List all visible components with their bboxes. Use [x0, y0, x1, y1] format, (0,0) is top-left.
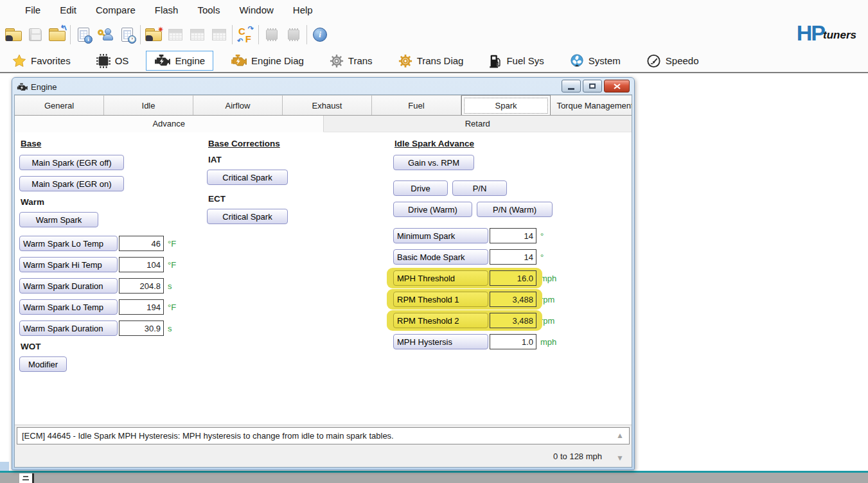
unit-convert-icon: C↷F↶: [238, 27, 253, 42]
warm-spark-duration-value[interactable]: 204.8: [119, 278, 164, 294]
unit-label: s: [168, 281, 172, 291]
ribbon-item-fuel-sys[interactable]: Fuel Sys: [481, 51, 552, 71]
ect-critical-spark-button[interactable]: Critical Spark: [207, 209, 288, 224]
tab-general[interactable]: General: [15, 95, 104, 115]
scroll-up-arrow[interactable]: ▲: [616, 432, 624, 439]
category-bar: Favorites OS Engine Engine Diag Trans Tr…: [0, 49, 868, 73]
warm-spark-duration-button[interactable]: Warm Spark Duration: [19, 278, 118, 294]
table-button-2[interactable]: [186, 23, 208, 46]
table-button-3[interactable]: [208, 23, 230, 46]
ribbon-item-engine-diag[interactable]: Engine Diag: [222, 51, 312, 71]
field-row: Warm Spark Lo Temp 194 °F: [19, 299, 176, 315]
rpm-threshold-2-button[interactable]: RPM Theshold 2: [393, 313, 488, 328]
mph-threshold-value[interactable]: 16.0: [490, 270, 536, 286]
ect-heading: ECT: [208, 194, 288, 204]
ribbon-item-favorites[interactable]: Favorites: [4, 51, 79, 71]
minimum-spark-button[interactable]: Minimum Spark: [393, 228, 488, 243]
menu-compare[interactable]: Compare: [86, 1, 145, 19]
subtab-strip: Advance Retard: [15, 116, 632, 132]
file-info-button[interactable]: i: [73, 23, 94, 46]
iat-critical-spark-button[interactable]: Critical Spark: [207, 170, 288, 185]
basic-mode-spark-button[interactable]: Basic Mode Spark: [393, 249, 488, 265]
tab-torque-management[interactable]: Torque Management: [551, 95, 632, 115]
table-button-1[interactable]: [164, 23, 186, 46]
minimum-spark-value[interactable]: 14: [490, 228, 536, 243]
unit-convert-button[interactable]: C↷F↶: [235, 23, 256, 46]
warm-spark-lo-temp-button[interactable]: Warm Spark Lo Temp: [19, 236, 118, 251]
open-recent-button[interactable]: ↰: [46, 23, 68, 46]
pn-button[interactable]: P/N: [452, 180, 507, 196]
warm-spark-lo-temp-value[interactable]: 46: [119, 236, 164, 251]
read-chip-icon: [266, 30, 278, 40]
menu-help[interactable]: Help: [283, 1, 323, 19]
unit-label: °: [540, 231, 544, 241]
ribbon-label: Fuel Sys: [506, 55, 544, 66]
unit-label: mph: [540, 274, 556, 283]
rpm-threshold-1-value[interactable]: 3,488: [490, 292, 536, 307]
menu-file[interactable]: File: [15, 1, 50, 19]
scroll-down-arrow[interactable]: ▼: [616, 454, 624, 462]
open-file-icon: [5, 28, 22, 41]
basic-mode-spark-value[interactable]: 14: [490, 249, 536, 265]
mph-hysteresis-button[interactable]: MPH Hystersis: [393, 334, 488, 349]
tab-idle[interactable]: Idle: [104, 95, 193, 115]
open-compare-icon: ✷: [145, 28, 162, 41]
main-spark-egr-on-button[interactable]: Main Spark (EGR on): [19, 176, 124, 191]
warm-spark-duration-2-button[interactable]: Warm Spark Duration: [19, 321, 118, 336]
minimize-button[interactable]: [562, 80, 581, 92]
write-vehicle-button[interactable]: [283, 23, 305, 46]
write-chip-icon: [288, 30, 299, 40]
warm-spark-lo-temp-2-button[interactable]: Warm Spark Lo Temp: [19, 299, 118, 315]
ribbon-item-trans[interactable]: Trans: [321, 51, 381, 71]
drive-warm-button[interactable]: Drive (Warm): [393, 202, 472, 217]
ribbon-item-os[interactable]: OS: [88, 51, 137, 71]
warm-spark-hi-temp-button[interactable]: Warm Spark Hi Temp: [19, 257, 118, 272]
unit-label: mph: [540, 337, 556, 347]
info-button[interactable]: i: [309, 23, 331, 46]
subtab-retard[interactable]: Retard: [324, 116, 632, 132]
ribbon-item-system[interactable]: System: [562, 51, 629, 71]
parameter-range: 0 to 128 mph: [553, 452, 602, 461]
ribbon-label: Engine Diag: [251, 55, 304, 66]
rpm-threshold-1-button[interactable]: RPM Theshold 1: [393, 292, 488, 307]
read-vehicle-button[interactable]: [261, 23, 283, 46]
menu-flash[interactable]: Flash: [145, 1, 188, 19]
pn-warm-button[interactable]: P/N (Warm): [477, 202, 553, 217]
field-row: Warm Spark Lo Temp 46 °F: [19, 236, 176, 251]
warm-spark-hi-temp-value[interactable]: 104: [119, 257, 164, 272]
ribbon-label: Engine: [175, 55, 205, 66]
save-icon: [29, 28, 42, 41]
gain-vs-rpm-button[interactable]: Gain vs. RPM: [393, 155, 474, 170]
menu-window[interactable]: Window: [229, 1, 283, 19]
wot-heading: WOT: [21, 342, 176, 351]
open-file-button[interactable]: [3, 23, 24, 46]
ribbon-item-trans-diag[interactable]: Trans Diag: [390, 51, 472, 71]
rpm-threshold-2-value[interactable]: 3,488: [490, 313, 536, 328]
open-recent-icon: ↰: [49, 28, 66, 41]
warm-spark-button[interactable]: Warm Spark: [19, 212, 98, 227]
ribbon-item-speedo[interactable]: Speedo: [638, 51, 707, 71]
engine-window-titlebar[interactable]: Engine: [14, 80, 632, 94]
main-spark-egr-off-button[interactable]: Main Spark (EGR off): [19, 155, 124, 170]
mph-threshold-button[interactable]: MPH Threshold: [393, 270, 488, 286]
menu-edit[interactable]: Edit: [50, 1, 86, 19]
tab-airflow[interactable]: Airflow: [193, 95, 283, 115]
file-history-button[interactable]: 🕐: [116, 23, 138, 46]
subtab-advance[interactable]: Advance: [15, 116, 324, 132]
warm-spark-lo-temp-2-value[interactable]: 194: [119, 299, 164, 315]
license-key-button[interactable]: [94, 23, 116, 46]
menu-tools[interactable]: Tools: [188, 1, 229, 19]
maximize-button[interactable]: [583, 80, 602, 92]
warm-spark-duration-2-value[interactable]: 30.9: [119, 321, 164, 336]
close-button[interactable]: [604, 80, 630, 92]
drive-button[interactable]: Drive: [393, 180, 448, 196]
tab-spark[interactable]: Spark: [461, 95, 551, 116]
save-button[interactable]: [24, 23, 46, 46]
open-compare-button[interactable]: ✷: [143, 23, 164, 46]
tab-exhaust[interactable]: Exhaust: [283, 95, 372, 115]
tab-fuel[interactable]: Fuel: [372, 95, 461, 115]
ribbon-item-engine[interactable]: Engine: [146, 51, 213, 71]
wot-modifier-button[interactable]: Modifier: [19, 356, 67, 372]
engine-window-client: General Idle Airflow Exhaust Fuel Spark …: [14, 94, 632, 468]
mph-hysteresis-value[interactable]: 1.0: [490, 334, 536, 349]
